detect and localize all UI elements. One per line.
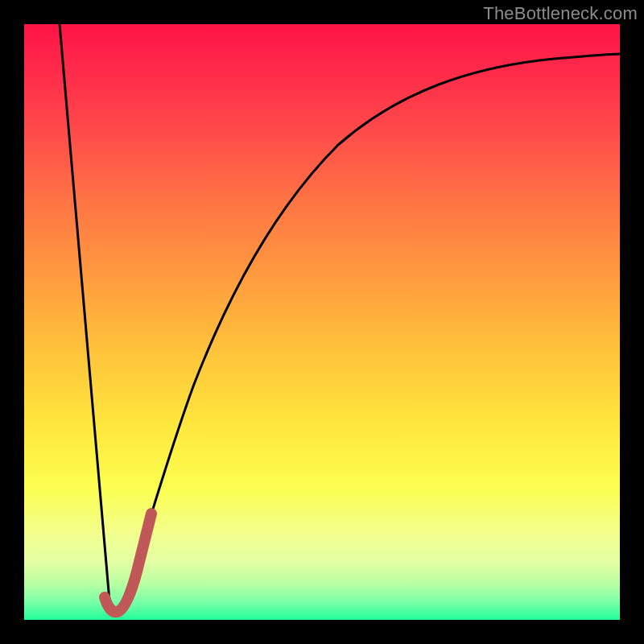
curves-svg	[24, 24, 620, 620]
chart-frame: TheBottleneck.com	[0, 0, 644, 644]
plot-area	[24, 24, 620, 620]
watermark-text: TheBottleneck.com	[483, 3, 638, 24]
highlight-segment	[105, 514, 151, 612]
